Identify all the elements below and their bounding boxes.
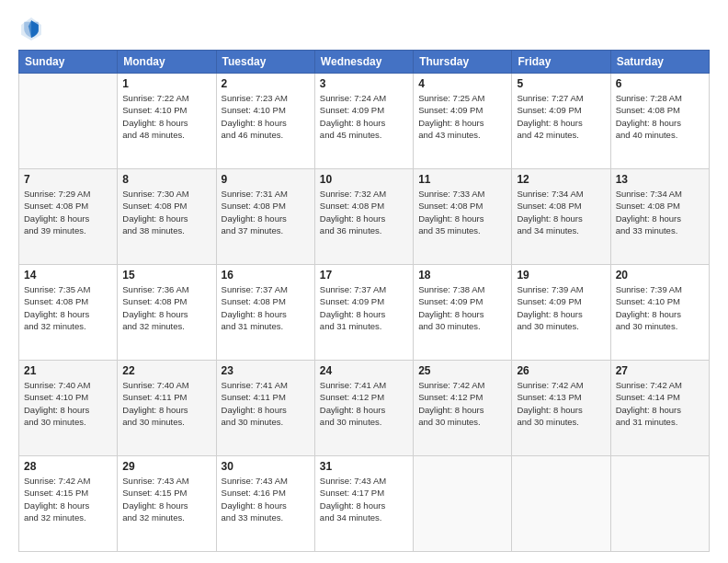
col-header-thursday: Thursday: [414, 51, 512, 74]
day-info: Sunrise: 7:40 AM Sunset: 4:10 PM Dayligh…: [24, 379, 112, 428]
day-number: 31: [320, 460, 408, 473]
day-number: 2: [222, 77, 310, 90]
day-info: Sunrise: 7:41 AM Sunset: 4:12 PM Dayligh…: [320, 379, 408, 428]
calendar-cell: 18Sunrise: 7:38 AM Sunset: 4:09 PM Dayli…: [414, 265, 512, 361]
day-info: Sunrise: 7:40 AM Sunset: 4:11 PM Dayligh…: [122, 379, 210, 428]
calendar-cell: 25Sunrise: 7:42 AM Sunset: 4:12 PM Dayli…: [414, 361, 512, 456]
day-number: 18: [418, 269, 506, 282]
day-info: Sunrise: 7:41 AM Sunset: 4:11 PM Dayligh…: [222, 379, 310, 428]
calendar-table: SundayMondayTuesdayWednesdayThursdayFrid…: [18, 50, 710, 552]
day-info: Sunrise: 7:29 AM Sunset: 4:08 PM Dayligh…: [24, 188, 112, 236]
day-info: Sunrise: 7:43 AM Sunset: 4:16 PM Dayligh…: [222, 475, 310, 523]
week-row-1: 7Sunrise: 7:29 AM Sunset: 4:08 PM Daylig…: [19, 169, 710, 265]
day-number: 30: [222, 460, 310, 473]
week-row-3: 21Sunrise: 7:40 AM Sunset: 4:10 PM Dayli…: [19, 361, 710, 456]
calendar-cell: 6Sunrise: 7:28 AM Sunset: 4:08 PM Daylig…: [610, 74, 709, 169]
calendar-cell: 12Sunrise: 7:34 AM Sunset: 4:08 PM Dayli…: [512, 169, 610, 265]
calendar-cell: [19, 74, 118, 169]
day-number: 16: [222, 269, 310, 282]
calendar-cell: 26Sunrise: 7:42 AM Sunset: 4:13 PM Dayli…: [512, 361, 610, 456]
day-info: Sunrise: 7:39 AM Sunset: 4:10 PM Dayligh…: [616, 283, 704, 332]
day-info: Sunrise: 7:42 AM Sunset: 4:14 PM Dayligh…: [616, 379, 704, 428]
calendar-cell: 3Sunrise: 7:24 AM Sunset: 4:09 PM Daylig…: [314, 74, 413, 169]
day-info: Sunrise: 7:42 AM Sunset: 4:13 PM Dayligh…: [517, 379, 605, 428]
day-number: 11: [418, 173, 506, 186]
calendar-cell: 7Sunrise: 7:29 AM Sunset: 4:08 PM Daylig…: [19, 169, 118, 265]
col-header-saturday: Saturday: [610, 51, 709, 74]
day-info: Sunrise: 7:28 AM Sunset: 4:08 PM Dayligh…: [616, 92, 704, 141]
calendar-cell: 30Sunrise: 7:43 AM Sunset: 4:16 PM Dayli…: [216, 456, 314, 552]
calendar-cell: 27Sunrise: 7:42 AM Sunset: 4:14 PM Dayli…: [610, 361, 709, 456]
day-info: Sunrise: 7:33 AM Sunset: 4:08 PM Dayligh…: [418, 188, 506, 236]
calendar-cell: 13Sunrise: 7:34 AM Sunset: 4:08 PM Dayli…: [610, 169, 709, 265]
day-info: Sunrise: 7:38 AM Sunset: 4:09 PM Dayligh…: [418, 283, 506, 332]
calendar-cell: 15Sunrise: 7:36 AM Sunset: 4:08 PM Dayli…: [118, 265, 216, 361]
week-row-2: 14Sunrise: 7:35 AM Sunset: 4:08 PM Dayli…: [19, 265, 710, 361]
calendar-cell: 29Sunrise: 7:43 AM Sunset: 4:15 PM Dayli…: [118, 456, 216, 552]
week-row-4: 28Sunrise: 7:42 AM Sunset: 4:15 PM Dayli…: [19, 456, 710, 552]
calendar-cell: 20Sunrise: 7:39 AM Sunset: 4:10 PM Dayli…: [610, 265, 709, 361]
day-info: Sunrise: 7:30 AM Sunset: 4:08 PM Dayligh…: [122, 188, 210, 236]
day-number: 28: [24, 460, 112, 473]
calendar-cell: [512, 456, 610, 552]
col-header-monday: Monday: [118, 51, 216, 74]
logo: [18, 15, 48, 40]
day-number: 13: [616, 173, 704, 186]
calendar-cell: 11Sunrise: 7:33 AM Sunset: 4:08 PM Dayli…: [414, 169, 512, 265]
calendar-cell: 31Sunrise: 7:43 AM Sunset: 4:17 PM Dayli…: [314, 456, 413, 552]
calendar-cell: 23Sunrise: 7:41 AM Sunset: 4:11 PM Dayli…: [216, 361, 314, 456]
day-number: 17: [320, 269, 408, 282]
day-number: 6: [616, 77, 704, 90]
day-number: 26: [517, 364, 605, 377]
day-number: 15: [122, 269, 210, 282]
calendar-cell: 1Sunrise: 7:22 AM Sunset: 4:10 PM Daylig…: [118, 74, 216, 169]
day-info: Sunrise: 7:36 AM Sunset: 4:08 PM Dayligh…: [122, 283, 210, 332]
day-number: 14: [24, 269, 112, 282]
day-number: 23: [222, 364, 310, 377]
calendar-cell: 24Sunrise: 7:41 AM Sunset: 4:12 PM Dayli…: [314, 361, 413, 456]
day-number: 7: [24, 173, 112, 186]
day-info: Sunrise: 7:24 AM Sunset: 4:09 PM Dayligh…: [320, 92, 408, 141]
week-row-0: 1Sunrise: 7:22 AM Sunset: 4:10 PM Daylig…: [19, 74, 710, 169]
day-info: Sunrise: 7:43 AM Sunset: 4:17 PM Dayligh…: [320, 475, 408, 523]
calendar-cell: [414, 456, 512, 552]
col-header-wednesday: Wednesday: [314, 51, 413, 74]
day-info: Sunrise: 7:34 AM Sunset: 4:08 PM Dayligh…: [517, 188, 605, 236]
day-info: Sunrise: 7:42 AM Sunset: 4:15 PM Dayligh…: [24, 475, 112, 523]
day-number: 21: [24, 364, 112, 377]
day-number: 4: [418, 77, 506, 90]
day-info: Sunrise: 7:23 AM Sunset: 4:10 PM Dayligh…: [222, 92, 310, 141]
day-number: 5: [517, 77, 605, 90]
col-header-friday: Friday: [512, 51, 610, 74]
day-number: 24: [320, 364, 408, 377]
calendar-cell: 16Sunrise: 7:37 AM Sunset: 4:08 PM Dayli…: [216, 265, 314, 361]
logo-icon: [18, 15, 44, 40]
day-info: Sunrise: 7:37 AM Sunset: 4:09 PM Dayligh…: [320, 283, 408, 332]
day-info: Sunrise: 7:34 AM Sunset: 4:08 PM Dayligh…: [616, 188, 704, 236]
header-row: SundayMondayTuesdayWednesdayThursdayFrid…: [19, 51, 710, 74]
calendar-cell: 8Sunrise: 7:30 AM Sunset: 4:08 PM Daylig…: [118, 169, 216, 265]
day-number: 10: [320, 173, 408, 186]
calendar-cell: [610, 456, 709, 552]
day-number: 1: [122, 77, 210, 90]
calendar-cell: 14Sunrise: 7:35 AM Sunset: 4:08 PM Dayli…: [19, 265, 118, 361]
day-number: 29: [122, 460, 210, 473]
calendar-cell: 4Sunrise: 7:25 AM Sunset: 4:09 PM Daylig…: [414, 74, 512, 169]
day-number: 9: [222, 173, 310, 186]
day-number: 22: [122, 364, 210, 377]
day-info: Sunrise: 7:27 AM Sunset: 4:09 PM Dayligh…: [517, 92, 605, 141]
day-info: Sunrise: 7:43 AM Sunset: 4:15 PM Dayligh…: [122, 475, 210, 523]
page: SundayMondayTuesdayWednesdayThursdayFrid…: [0, 0, 728, 563]
day-number: 3: [320, 77, 408, 90]
day-info: Sunrise: 7:25 AM Sunset: 4:09 PM Dayligh…: [418, 92, 506, 141]
calendar-cell: 21Sunrise: 7:40 AM Sunset: 4:10 PM Dayli…: [19, 361, 118, 456]
calendar-cell: 17Sunrise: 7:37 AM Sunset: 4:09 PM Dayli…: [314, 265, 413, 361]
day-number: 12: [517, 173, 605, 186]
day-number: 25: [418, 364, 506, 377]
day-info: Sunrise: 7:39 AM Sunset: 4:09 PM Dayligh…: [517, 283, 605, 332]
calendar-cell: 5Sunrise: 7:27 AM Sunset: 4:09 PM Daylig…: [512, 74, 610, 169]
day-info: Sunrise: 7:35 AM Sunset: 4:08 PM Dayligh…: [24, 283, 112, 332]
col-header-tuesday: Tuesday: [216, 51, 314, 74]
col-header-sunday: Sunday: [19, 51, 118, 74]
day-info: Sunrise: 7:32 AM Sunset: 4:08 PM Dayligh…: [320, 188, 408, 236]
